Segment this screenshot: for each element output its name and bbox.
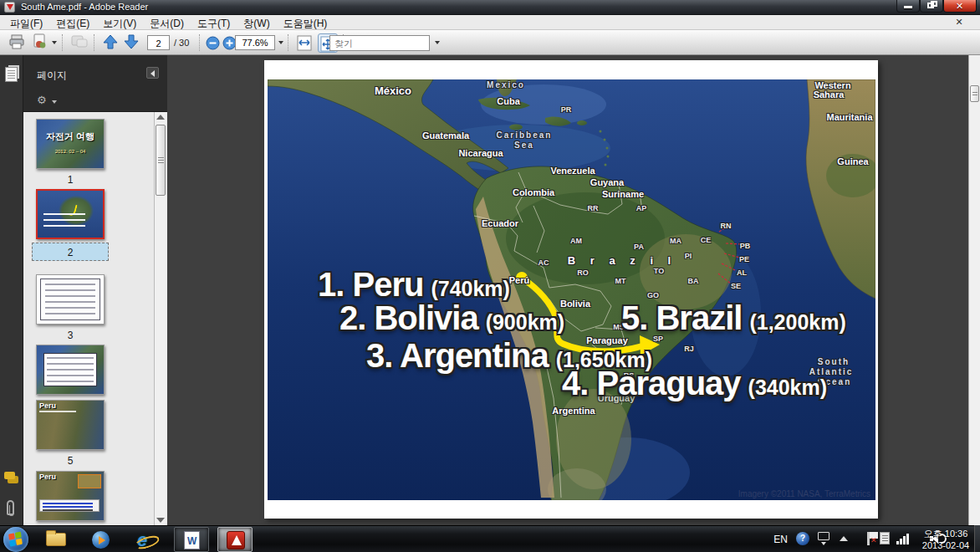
panel-collapse-button[interactable] xyxy=(146,67,159,79)
page-count-label: / 30 xyxy=(174,38,189,48)
comments-panel-icon[interactable] xyxy=(4,472,15,479)
navigation-rail xyxy=(0,55,23,525)
map-label: PE xyxy=(739,255,749,263)
map-label: Argentina xyxy=(552,406,595,416)
map-label: Guyana xyxy=(590,177,624,187)
route-item-distance: (340km) xyxy=(748,376,828,400)
page-number-input[interactable] xyxy=(147,35,170,50)
create-pdf-button[interactable] xyxy=(32,33,50,52)
map-label: Caribbean xyxy=(497,130,553,140)
show-desktop-button[interactable] xyxy=(974,525,980,552)
page-thumbnail-4[interactable] xyxy=(36,345,105,395)
minimize-button[interactable] xyxy=(896,0,920,13)
map-label: Bolivia xyxy=(560,299,590,309)
adobe-reader-app-icon xyxy=(4,2,15,13)
sidebar-scrollbar-thumb[interactable] xyxy=(156,125,166,196)
taskbar-adobe-reader-button[interactable] xyxy=(217,527,253,552)
print-button[interactable] xyxy=(8,33,25,52)
map-label: Mexico xyxy=(487,80,525,89)
language-indicator[interactable]: EN xyxy=(773,534,788,545)
route-item-distance: (740km) xyxy=(431,277,510,301)
route-item-name: 1. Peru xyxy=(318,266,423,304)
map-label: PR xyxy=(561,105,572,114)
ime-keyboard-icon[interactable] xyxy=(818,532,829,540)
hidden-icons-arrow[interactable] xyxy=(840,536,848,541)
page-thumbnail-5[interactable]: Peru xyxy=(36,400,105,450)
thumbnail-number: 1 xyxy=(36,174,105,186)
taskbar-media-player-button[interactable] xyxy=(84,527,119,552)
pages-panel-title: 페이지 xyxy=(37,69,67,83)
map-label: México xyxy=(375,84,411,97)
options-caret-icon[interactable] xyxy=(52,100,57,104)
next-page-button[interactable] xyxy=(123,33,140,52)
taskbar-explorer-button[interactable] xyxy=(38,527,74,552)
map-label: AM xyxy=(570,237,582,245)
map-label: PI xyxy=(685,252,692,260)
map-label: Cuba xyxy=(497,96,520,106)
previous-page-button[interactable] xyxy=(102,33,119,52)
sidebar-scrollbar[interactable] xyxy=(154,112,166,525)
action-center-flag-icon[interactable] xyxy=(867,532,870,545)
page-thumbnail-2[interactable] xyxy=(36,189,105,239)
document-scrollbar-thumb[interactable] xyxy=(970,85,979,102)
thumbnail-number: 5 xyxy=(36,455,105,467)
document-scrollbar[interactable] xyxy=(968,55,980,525)
zoom-level-value[interactable]: 77.6% xyxy=(235,35,275,50)
scroll-down-icon[interactable] xyxy=(156,518,165,523)
taskbar-word-button[interactable]: W xyxy=(174,527,209,552)
tray-date: 2013-02-04 xyxy=(916,539,975,551)
page-thumbnail-list: 자전거 여행2012. 02 – 041234Peru5Peru xyxy=(23,112,167,525)
page-thumbnail-6[interactable]: Peru xyxy=(36,471,105,521)
menu-bar: 파일(F)편집(E)보기(V)문서(D)도구(T)창(W)도움말(H) ✕ xyxy=(0,15,980,30)
map-label: MT xyxy=(615,277,626,285)
internet-explorer-icon: e xyxy=(137,529,147,551)
route-item-name: 2. Bolivia xyxy=(339,299,478,337)
route-item-distance: (1,200km) xyxy=(749,310,845,335)
route-item-name: 5. Brazil xyxy=(621,299,742,337)
minimize-icon xyxy=(904,6,912,8)
document-close-icon[interactable]: ✕ xyxy=(953,16,965,28)
map-label: MA xyxy=(670,237,681,245)
map-label: Guinea xyxy=(837,156,868,166)
pages-panel-header: 페이지 xyxy=(23,55,167,92)
tray-document-icon[interactable] xyxy=(880,532,890,544)
route-item-name: 3. Argentina xyxy=(366,337,549,375)
sidebar: 페이지 ⚙ 자전거 여행2012. 02 – 041234Peru5Peru xyxy=(0,55,167,525)
map-label: BA xyxy=(688,277,699,285)
tray-time: 오후 10:36 xyxy=(916,528,975,539)
title-bar[interactable]: South Ame.pdf - Adobe Reader ✕ xyxy=(0,0,980,15)
pages-panel-icon[interactable] xyxy=(5,67,18,82)
ime-help-icon[interactable]: ? xyxy=(796,532,809,545)
find-input[interactable]: 찾기 xyxy=(329,35,430,51)
tray-clock[interactable]: 오후 10:36 2013-02-04 xyxy=(916,528,975,551)
zoom-caret-icon[interactable] xyxy=(278,41,283,44)
options-gear-icon[interactable]: ⚙ xyxy=(37,94,47,106)
map-label: Perú xyxy=(509,275,529,285)
route-item-1: 1. Peru(740km) xyxy=(318,266,510,304)
close-button[interactable]: ✕ xyxy=(943,0,977,13)
network-signal-icon[interactable] xyxy=(896,534,910,544)
scroll-up-icon[interactable] xyxy=(156,115,165,120)
map-label: AP xyxy=(636,204,647,212)
route-item-2: 2. Bolivia(900km) xyxy=(339,299,564,337)
word-icon: W xyxy=(184,531,200,549)
page-thumbnail-1[interactable]: 자전거 여행2012. 02 – 04 xyxy=(36,119,105,169)
map-label: AL xyxy=(737,268,747,277)
taskbar-internet-explorer-button[interactable]: e xyxy=(129,527,164,552)
page-thumbnail-3[interactable] xyxy=(36,274,105,325)
fit-width-button[interactable] xyxy=(294,33,314,53)
windows-logo-icon xyxy=(8,531,23,547)
attachments-panel-icon[interactable] xyxy=(7,500,14,515)
system-tray: EN ? 오후 10:36 2013-02-04 xyxy=(722,526,973,552)
map-label: Nicaragua xyxy=(458,148,503,158)
map-label: Mauritania xyxy=(826,112,872,122)
find-caret-icon[interactable] xyxy=(435,41,440,44)
document-area[interactable]: MéxicoMexicoCubaPRGuatemalaCaribbeanSeaN… xyxy=(167,55,968,525)
restore-button[interactable] xyxy=(920,0,943,13)
zoom-out-button[interactable] xyxy=(206,36,220,54)
map-label: Suriname xyxy=(602,189,644,199)
create-pdf-caret-icon[interactable] xyxy=(52,41,57,44)
close-icon: ✕ xyxy=(956,1,963,12)
start-button[interactable] xyxy=(3,527,28,552)
thumbnail-label-selected[interactable]: 2 xyxy=(32,243,109,261)
